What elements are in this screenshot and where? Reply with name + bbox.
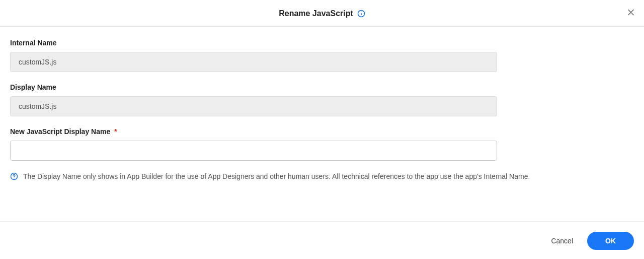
info-icon[interactable] (357, 10, 365, 18)
rename-dialog: Rename JavaScript Internal Name (0, 0, 644, 259)
display-name-label: Display Name (10, 83, 634, 91)
internal-name-group: Internal Name (10, 39, 634, 72)
dialog-body: Internal Name Display Name New JavaScrip… (0, 27, 644, 221)
dialog-footer: Cancel OK (0, 221, 644, 259)
close-button[interactable] (625, 7, 637, 20)
dialog-header: Rename JavaScript (0, 0, 644, 27)
help-icon (10, 172, 18, 180)
new-display-name-label-text: New JavaScript Display Name (10, 127, 110, 136)
new-display-name-group: New JavaScript Display Name * (10, 127, 634, 161)
cancel-button[interactable]: Cancel (547, 233, 577, 249)
ok-button[interactable]: OK (587, 232, 634, 250)
close-icon (627, 9, 635, 18)
internal-name-label: Internal Name (10, 39, 634, 47)
dialog-title-row: Rename JavaScript (279, 9, 365, 18)
required-indicator: * (114, 127, 117, 136)
display-name-group: Display Name (10, 83, 634, 116)
svg-point-6 (14, 178, 14, 178)
dialog-title: Rename JavaScript (279, 9, 353, 18)
new-display-name-label: New JavaScript Display Name * (10, 127, 634, 136)
display-name-input (10, 96, 497, 116)
internal-name-input (10, 52, 497, 72)
help-row: The Display Name only shows in App Build… (10, 172, 634, 182)
help-text: The Display Name only shows in App Build… (23, 172, 530, 182)
svg-point-2 (361, 12, 361, 12)
new-display-name-input[interactable] (10, 141, 497, 161)
